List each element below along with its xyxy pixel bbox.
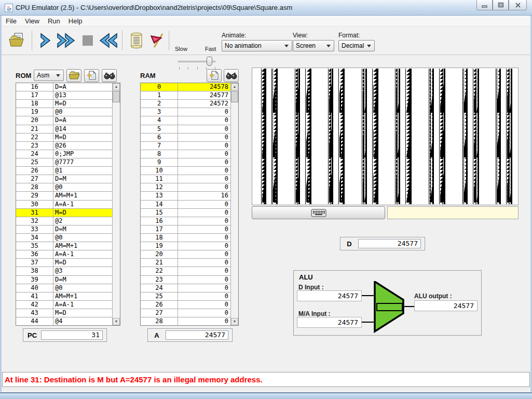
rom-row[interactable]: 25@7777 <box>16 158 112 167</box>
value-cell[interactable]: 0 <box>178 259 230 267</box>
value-cell[interactable]: D=A <box>53 116 112 124</box>
ram-search-button[interactable] <box>224 69 239 82</box>
value-cell[interactable]: D=M <box>53 225 112 233</box>
rom-row[interactable]: 28@0 <box>16 183 112 192</box>
value-cell[interactable]: 0 <box>178 242 230 250</box>
ram-row[interactable]: 280 <box>141 317 230 325</box>
scroll-up-icon[interactable]: ▲ <box>113 83 120 90</box>
format-select[interactable]: Decimal <box>338 40 375 51</box>
value-cell[interactable]: @7777 <box>53 158 112 166</box>
value-cell[interactable]: 24578 <box>178 83 230 91</box>
value-cell[interactable]: 0 <box>178 284 230 292</box>
value-cell[interactable]: 0 <box>178 292 230 300</box>
value-cell[interactable]: 0 <box>178 209 230 217</box>
value-cell[interactable]: @26 <box>53 142 112 150</box>
ram-clear-button[interactable] <box>207 69 222 82</box>
value-cell[interactable]: M=D <box>53 100 112 108</box>
alu-d-input-field[interactable]: 24577 <box>297 290 362 301</box>
value-cell[interactable]: 0 <box>178 134 230 141</box>
a-value-field[interactable]: 24577 <box>166 330 228 340</box>
rom-row[interactable]: 240;JMP <box>16 150 112 158</box>
rom-row[interactable]: 21@14 <box>16 125 112 134</box>
ram-row[interactable]: 160 <box>141 217 230 225</box>
value-cell[interactable]: D=M <box>53 175 112 183</box>
rom-row[interactable]: 16D=A <box>16 83 112 91</box>
rom-row[interactable]: 41AM=M+1 <box>16 292 112 301</box>
value-cell[interactable]: AM=M+1 <box>53 292 112 300</box>
alu-ma-input-field[interactable]: 24577 <box>297 317 362 328</box>
value-cell[interactable]: D=A <box>53 83 112 91</box>
ram-row[interactable]: 60 <box>141 134 230 142</box>
scroll-up-icon[interactable]: ▲ <box>231 83 238 90</box>
rom-row[interactable]: 17@13 <box>16 91 112 100</box>
script-button[interactable] <box>126 30 147 51</box>
menu-item-file[interactable]: File <box>2 16 21 26</box>
ram-row[interactable]: 40 <box>141 116 230 125</box>
rom-row[interactable]: 37M=D <box>16 259 112 267</box>
reset-button[interactable] <box>98 30 119 51</box>
keyboard-input-display[interactable] <box>387 206 519 219</box>
value-cell[interactable]: D=M <box>53 276 112 284</box>
scroll-down-icon[interactable]: ▼ <box>231 318 238 325</box>
ram-row[interactable]: 50 <box>141 125 230 134</box>
ram-row[interactable]: 024578 <box>141 83 230 91</box>
ram-row[interactable]: 250 <box>141 292 230 301</box>
value-cell[interactable]: 0 <box>178 276 230 284</box>
rom-row[interactable]: 27D=M <box>16 175 112 183</box>
rom-row[interactable]: 30A=A-1 <box>16 201 112 209</box>
close-button[interactable] <box>509 0 527 10</box>
rom-scrollbar[interactable]: ▲ ▼ <box>112 83 120 325</box>
menu-item-run[interactable]: Run <box>44 16 64 26</box>
ram-row[interactable]: 220 <box>141 267 230 275</box>
value-cell[interactable]: @4 <box>53 317 112 325</box>
ram-row[interactable]: 224572 <box>141 100 230 108</box>
load-program-button[interactable] <box>7 30 28 51</box>
menu-item-view[interactable]: View <box>21 16 44 26</box>
value-cell[interactable]: 24572 <box>178 100 230 108</box>
value-cell[interactable]: M=D <box>53 134 112 141</box>
ram-row[interactable]: 200 <box>141 250 230 259</box>
ram-row[interactable]: 170 <box>141 225 230 234</box>
d-value-field[interactable]: 24577 <box>358 239 421 248</box>
rom-scrollbar-thumb[interactable] <box>113 91 120 102</box>
scroll-down-icon[interactable]: ▼ <box>113 318 120 325</box>
value-cell[interactable]: 0 <box>178 108 230 116</box>
value-cell[interactable]: 0 <box>178 201 230 208</box>
ram-row[interactable]: 124577 <box>141 91 230 100</box>
pc-value-field[interactable]: 31 <box>41 330 103 340</box>
ram-row[interactable]: 230 <box>141 276 230 284</box>
rom-row[interactable]: 43M=D <box>16 309 112 317</box>
rom-row[interactable]: 31M=D <box>16 209 112 217</box>
ram-row[interactable]: 100 <box>141 167 230 175</box>
value-cell[interactable]: 0 <box>178 217 230 225</box>
rom-format-select[interactable]: Asm <box>34 70 64 81</box>
ram-row[interactable]: 140 <box>141 201 230 209</box>
ram-row[interactable]: 210 <box>141 259 230 267</box>
rom-row[interactable]: 38@3 <box>16 267 112 275</box>
value-cell[interactable]: @0 <box>53 284 112 292</box>
value-cell[interactable]: 24577 <box>178 91 230 99</box>
rom-row[interactable]: 26@1 <box>16 167 112 175</box>
ram-row[interactable]: 240 <box>141 284 230 292</box>
stop-button[interactable] <box>77 30 98 51</box>
value-cell[interactable]: A=A-1 <box>53 301 112 309</box>
value-cell[interactable]: 0 <box>178 183 230 191</box>
value-cell[interactable]: 0 <box>178 116 230 124</box>
ram-scrollbar-thumb[interactable] <box>231 91 238 102</box>
ram-row[interactable]: 80 <box>141 150 230 158</box>
ram-row[interactable]: 150 <box>141 209 230 217</box>
view-select[interactable]: Screen <box>293 40 334 51</box>
ram-row[interactable]: 260 <box>141 301 230 309</box>
ram-row[interactable]: 120 <box>141 183 230 192</box>
run-button[interactable] <box>56 30 76 51</box>
ram-row[interactable]: 190 <box>141 242 230 250</box>
value-cell[interactable]: @13 <box>53 91 112 99</box>
value-cell[interactable]: A=A-1 <box>53 250 112 258</box>
ram-row[interactable]: 90 <box>141 158 230 167</box>
value-cell[interactable]: 0 <box>178 250 230 258</box>
maximize-button[interactable] <box>493 0 509 10</box>
value-cell[interactable]: 0;JMP <box>53 150 112 158</box>
value-cell[interactable]: AM=M+1 <box>53 242 112 250</box>
rom-row[interactable]: 22M=D <box>16 134 112 142</box>
value-cell[interactable]: @0 <box>53 108 112 116</box>
